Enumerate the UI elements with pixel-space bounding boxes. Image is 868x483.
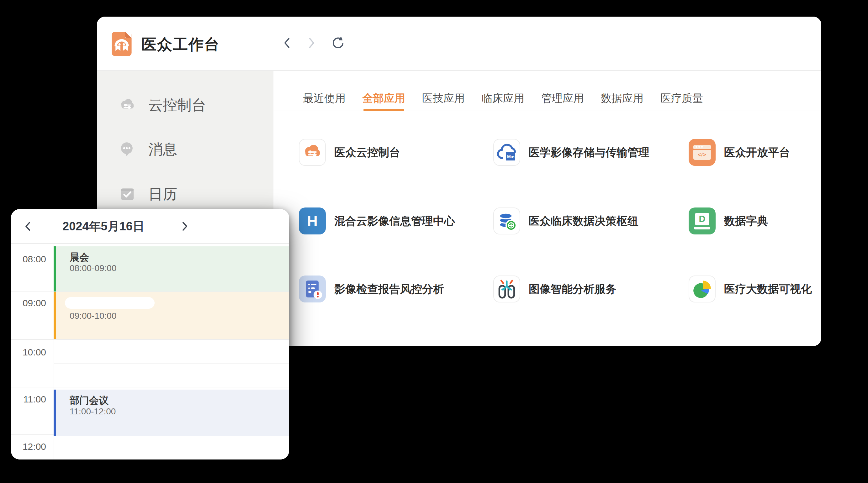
tab-medtech[interactable]: 医技应用 bbox=[422, 91, 465, 110]
redacted-title-pill bbox=[65, 297, 155, 309]
app-tile-open-platform[interactable]: </> 医众开放平台 bbox=[689, 139, 790, 166]
sidebar-item-calendar[interactable]: 日历 bbox=[97, 184, 274, 204]
event-department-meeting[interactable]: 部门会议 11:00-12:00 bbox=[54, 390, 289, 436]
code-glyph: </> bbox=[698, 152, 707, 158]
time-label: 11:00 bbox=[11, 394, 46, 405]
half-hour-line bbox=[54, 363, 289, 363]
chevron-left-icon bbox=[20, 219, 35, 234]
sidebar-item-messages[interactable]: 消息 bbox=[97, 139, 274, 160]
app-name: 图像智能分析服务 bbox=[529, 282, 617, 296]
app-tile-data-dictionary[interactable]: D 数据字典 bbox=[689, 207, 768, 234]
back-button[interactable] bbox=[280, 35, 295, 51]
tab-quality[interactable]: 医疗质量 bbox=[660, 91, 703, 110]
pie-chart-icon bbox=[689, 276, 716, 302]
d-glyph: D bbox=[699, 214, 706, 224]
app-tile-risk-analysis[interactable]: 影像检查报告风控分析 bbox=[299, 276, 444, 302]
event-time: 09:00-10:00 bbox=[70, 311, 116, 321]
app-name: 医疗大数据可视化 bbox=[724, 282, 812, 296]
app-tile-hybrid-cloud[interactable]: H 混合云影像信息管理中心 bbox=[299, 207, 455, 234]
app-tile-pacs[interactable]: Mas 医学影像存储与传输管理 bbox=[493, 139, 649, 166]
refresh-icon bbox=[331, 36, 345, 50]
time-label: 08:00 bbox=[11, 254, 46, 264]
dictionary-book-icon: D bbox=[689, 207, 716, 234]
app-title: 医众工作台 bbox=[142, 32, 220, 57]
tab-data[interactable]: 数据应用 bbox=[601, 91, 644, 110]
calendar-grid: 08:00 09:00 10:00 11:00 12:00 晨会 08:00-0… bbox=[11, 244, 289, 459]
calendar-check-icon bbox=[119, 186, 136, 203]
app-tile-bigdata-viz[interactable]: 医疗大数据可视化 bbox=[689, 276, 812, 302]
event-title: 晨会 bbox=[70, 251, 89, 264]
window-header: 医众工作台 bbox=[97, 17, 821, 71]
forward-button[interactable] bbox=[304, 35, 319, 51]
event-redacted[interactable]: 09:00-10:00 bbox=[54, 292, 289, 339]
screen: 医众工作台 bbox=[0, 0, 868, 483]
tab-clinical[interactable]: 临床应用 bbox=[482, 91, 524, 110]
chat-bubble-icon bbox=[119, 141, 136, 158]
app-name: 混合云影像信息管理中心 bbox=[334, 214, 455, 228]
chevron-right-icon bbox=[177, 219, 192, 234]
app-name: 医众云控制台 bbox=[334, 145, 400, 160]
cloud-storage-icon: Mas bbox=[493, 139, 520, 166]
event-title: 部门会议 bbox=[70, 394, 108, 407]
hour-line bbox=[11, 339, 289, 340]
time-label: 10:00 bbox=[11, 347, 46, 358]
app-tile-clinical-data[interactable]: 医众临床数据决策枢纽 bbox=[493, 207, 639, 234]
app-name: 数据字典 bbox=[724, 214, 768, 228]
tab-management[interactable]: 管理应用 bbox=[541, 91, 584, 110]
chevron-left-icon bbox=[280, 35, 295, 51]
letter-h-icon: H bbox=[299, 207, 326, 234]
database-plus-icon bbox=[493, 207, 520, 234]
alert-badge-icon bbox=[314, 291, 322, 299]
tab-recent[interactable]: 最近使用 bbox=[303, 91, 346, 110]
report-alert-icon bbox=[299, 276, 326, 302]
app-logo-icon bbox=[112, 32, 132, 56]
calendar-next-button[interactable] bbox=[177, 219, 192, 234]
event-time: 08:00-09:00 bbox=[70, 263, 116, 273]
app-tile-image-ai[interactable]: 图像智能分析服务 bbox=[493, 276, 617, 302]
sidebar-item-label: 消息 bbox=[148, 140, 177, 159]
cloud-icon bbox=[119, 97, 136, 114]
event-morning-meeting[interactable]: 晨会 08:00-09:00 bbox=[54, 246, 289, 291]
calendar-panel: 2024年5月16日 08:00 09:00 10:00 11:00 12:00… bbox=[11, 209, 289, 459]
lungs-icon bbox=[493, 276, 520, 302]
chevron-right-icon bbox=[304, 35, 319, 51]
app-name: 医学影像存储与传输管理 bbox=[529, 145, 649, 160]
app-name: 医众临床数据决策枢纽 bbox=[529, 214, 639, 228]
app-name: 影像检查报告风控分析 bbox=[334, 282, 444, 296]
mas-glyph: Mas bbox=[507, 153, 516, 161]
calendar-header: 2024年5月16日 bbox=[11, 209, 289, 244]
h-glyph: H bbox=[307, 213, 317, 229]
event-time: 11:00-12:00 bbox=[70, 407, 116, 417]
sidebar-item-label: 云控制台 bbox=[148, 96, 206, 115]
app-tile-cloud-console[interactable]: 医众云控制台 bbox=[299, 139, 400, 166]
tab-bar: 最近使用 全部应用 医技应用 临床应用 管理应用 数据应用 医疗质量 bbox=[274, 71, 821, 111]
calendar-prev-button[interactable] bbox=[20, 219, 35, 234]
tab-all-apps[interactable]: 全部应用 bbox=[363, 91, 405, 110]
refresh-button[interactable] bbox=[331, 35, 346, 51]
code-window-icon: </> bbox=[689, 139, 716, 166]
time-label: 12:00 bbox=[11, 441, 46, 452]
calendar-date-label: 2024年5月16日 bbox=[55, 209, 152, 244]
sidebar-item-label: 日历 bbox=[148, 185, 177, 204]
content-area: 最近使用 全部应用 医技应用 临床应用 管理应用 数据应用 医疗质量 bbox=[274, 71, 821, 346]
cloud-sliders-icon bbox=[299, 139, 326, 166]
app-name: 医众开放平台 bbox=[724, 145, 790, 160]
time-label: 09:00 bbox=[11, 298, 46, 309]
hour-line bbox=[11, 387, 289, 387]
sidebar-item-cloud-console[interactable]: 云控制台 bbox=[97, 95, 274, 115]
